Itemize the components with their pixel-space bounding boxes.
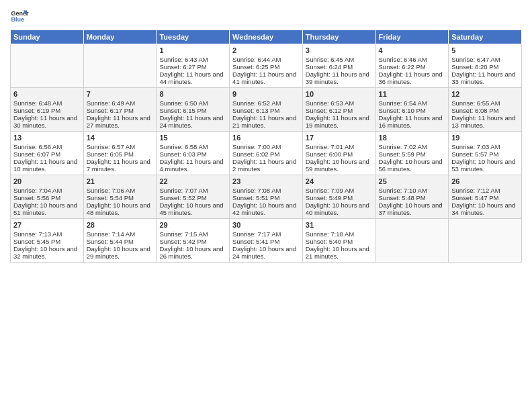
day-info: Sunrise: 7:13 AM — [13, 230, 81, 238]
day-number: 22 — [159, 177, 226, 185]
day-info: Sunrise: 7:10 AM — [379, 187, 446, 194]
day-info: Sunrise: 6:57 AM — [87, 143, 154, 150]
day-info: Daylight: 11 hours and 44 minutes. — [159, 71, 226, 85]
weekday-header-row: SundayMondayTuesdayWednesdayThursdayFrid… — [11, 30, 522, 44]
day-info: Sunset: 6:25 PM — [232, 63, 300, 71]
day-info: Sunrise: 7:15 AM — [159, 230, 226, 238]
day-info: Sunrise: 6:48 AM — [13, 99, 81, 107]
day-number: 29 — [159, 221, 226, 229]
day-number: 24 — [306, 177, 373, 185]
day-info: Sunset: 6:10 PM — [379, 107, 446, 114]
calendar-cell: 25Sunrise: 7:10 AMSunset: 5:48 PMDayligh… — [375, 175, 449, 219]
day-info: Daylight: 10 hours and 45 minutes. — [159, 201, 226, 216]
day-info: Daylight: 11 hours and 39 minutes. — [306, 71, 373, 85]
day-info: Sunrise: 7:02 AM — [379, 143, 446, 150]
calendar-cell: 5Sunrise: 6:47 AMSunset: 6:20 PMDaylight… — [449, 44, 522, 88]
day-number: 25 — [379, 177, 446, 185]
calendar-cell: 8Sunrise: 6:50 AMSunset: 6:15 PMDaylight… — [157, 88, 230, 132]
weekday-header-cell: Tuesday — [157, 30, 230, 44]
day-info: Daylight: 11 hours and 41 minutes. — [232, 71, 300, 85]
day-info: Sunrise: 6:49 AM — [87, 99, 154, 107]
day-number: 1 — [159, 46, 226, 54]
day-info: Sunrise: 7:01 AM — [306, 143, 373, 150]
day-info: Daylight: 11 hours and 36 minutes. — [379, 71, 446, 85]
day-number: 14 — [87, 134, 154, 142]
logo: General Blue — [10, 7, 32, 26]
day-info: Daylight: 11 hours and 30 minutes. — [13, 114, 81, 129]
day-info: Sunrise: 6:50 AM — [159, 99, 226, 107]
day-info: Daylight: 11 hours and 4 minutes. — [159, 158, 226, 173]
day-info: Sunset: 5:54 PM — [87, 194, 154, 201]
calendar-cell: 24Sunrise: 7:09 AMSunset: 5:49 PMDayligh… — [302, 175, 375, 219]
day-info: Sunset: 6:17 PM — [87, 107, 154, 114]
day-info: Sunset: 6:24 PM — [306, 63, 373, 71]
day-number: 18 — [379, 134, 446, 142]
day-info: Daylight: 10 hours and 24 minutes. — [232, 245, 300, 260]
weekday-header-cell: Sunday — [11, 30, 84, 44]
day-info: Sunset: 5:49 PM — [306, 194, 373, 201]
calendar-cell: 4Sunrise: 6:46 AMSunset: 6:22 PMDaylight… — [375, 44, 449, 88]
day-info: Sunrise: 6:45 AM — [306, 56, 373, 63]
day-info: Daylight: 11 hours and 7 minutes. — [87, 158, 154, 173]
day-info: Sunrise: 7:04 AM — [13, 187, 81, 194]
calendar-cell: 23Sunrise: 7:08 AMSunset: 5:51 PMDayligh… — [230, 175, 303, 219]
day-number: 28 — [87, 221, 154, 229]
weekday-header-cell: Thursday — [302, 30, 375, 44]
day-info: Sunset: 5:52 PM — [159, 194, 226, 201]
day-info: Sunset: 6:12 PM — [306, 107, 373, 114]
day-info: Sunrise: 7:08 AM — [232, 187, 300, 194]
day-number: 13 — [13, 134, 81, 142]
calendar-week-row: 20Sunrise: 7:04 AMSunset: 5:56 PMDayligh… — [11, 175, 522, 219]
calendar-cell: 6Sunrise: 6:48 AMSunset: 6:19 PMDaylight… — [11, 88, 84, 132]
day-number: 5 — [451, 46, 519, 54]
calendar-cell: 3Sunrise: 6:45 AMSunset: 6:24 PMDaylight… — [302, 44, 375, 88]
header: General Blue — [10, 7, 522, 26]
day-number: 21 — [87, 177, 154, 185]
calendar-cell: 15Sunrise: 6:58 AMSunset: 6:03 PMDayligh… — [157, 132, 230, 175]
day-info: Sunset: 6:27 PM — [159, 63, 226, 71]
day-info: Sunset: 5:45 PM — [13, 238, 81, 245]
day-info: Sunset: 6:05 PM — [87, 150, 154, 158]
calendar-cell — [83, 44, 157, 88]
day-info: Daylight: 11 hours and 24 minutes. — [159, 114, 226, 129]
day-info: Daylight: 10 hours and 40 minutes. — [306, 201, 373, 216]
calendar-cell: 1Sunrise: 6:43 AMSunset: 6:27 PMDaylight… — [157, 44, 230, 88]
day-info: Daylight: 10 hours and 51 minutes. — [13, 201, 81, 216]
day-info: Sunset: 6:20 PM — [451, 63, 519, 71]
day-info: Daylight: 11 hours and 16 minutes. — [379, 114, 446, 129]
calendar-week-row: 13Sunrise: 6:56 AMSunset: 6:07 PMDayligh… — [11, 132, 522, 175]
day-info: Sunset: 6:07 PM — [13, 150, 81, 158]
day-number: 6 — [13, 90, 81, 98]
calendar-cell: 27Sunrise: 7:13 AMSunset: 5:45 PMDayligh… — [11, 219, 84, 263]
day-info: Sunrise: 6:55 AM — [451, 99, 519, 107]
day-info: Sunset: 5:57 PM — [451, 150, 519, 158]
calendar-cell: 2Sunrise: 6:44 AMSunset: 6:25 PMDaylight… — [230, 44, 303, 88]
calendar-cell: 26Sunrise: 7:12 AMSunset: 5:47 PMDayligh… — [449, 175, 522, 219]
day-number: 16 — [232, 134, 300, 142]
calendar-cell: 16Sunrise: 7:00 AMSunset: 6:02 PMDayligh… — [230, 132, 303, 175]
day-number: 31 — [306, 221, 373, 229]
day-info: Sunrise: 6:47 AM — [451, 56, 519, 63]
day-number: 17 — [306, 134, 373, 142]
day-number: 27 — [13, 221, 81, 229]
day-info: Daylight: 11 hours and 2 minutes. — [232, 158, 300, 173]
day-info: Sunrise: 7:06 AM — [87, 187, 154, 194]
calendar-cell: 19Sunrise: 7:03 AMSunset: 5:57 PMDayligh… — [449, 132, 522, 175]
day-info: Sunset: 6:19 PM — [13, 107, 81, 114]
day-info: Sunset: 5:44 PM — [87, 238, 154, 245]
day-info: Sunrise: 7:00 AM — [232, 143, 300, 150]
day-info: Sunset: 6:03 PM — [159, 150, 226, 158]
day-info: Daylight: 10 hours and 32 minutes. — [13, 245, 81, 260]
day-info: Sunrise: 7:03 AM — [451, 143, 519, 150]
day-info: Sunrise: 7:14 AM — [87, 230, 154, 238]
calendar-week-row: 27Sunrise: 7:13 AMSunset: 5:45 PMDayligh… — [11, 219, 522, 263]
calendar-cell: 29Sunrise: 7:15 AMSunset: 5:42 PMDayligh… — [157, 219, 230, 263]
day-number: 2 — [232, 46, 300, 54]
day-info: Sunset: 6:15 PM — [159, 107, 226, 114]
day-info: Daylight: 11 hours and 21 minutes. — [232, 114, 300, 129]
calendar-body: 1Sunrise: 6:43 AMSunset: 6:27 PMDaylight… — [11, 44, 522, 263]
day-number: 23 — [232, 177, 300, 185]
day-info: Daylight: 10 hours and 59 minutes. — [306, 158, 373, 173]
calendar-cell: 13Sunrise: 6:56 AMSunset: 6:07 PMDayligh… — [11, 132, 84, 175]
day-number: 15 — [159, 134, 226, 142]
